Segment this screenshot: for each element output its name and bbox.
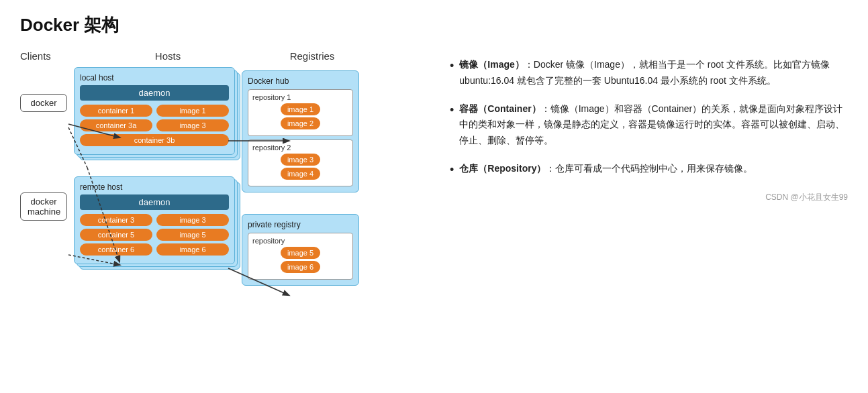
repo-1-image-2: image 2 [281,117,320,129]
repo-1-section: repository 1 image 1 image 2 [248,89,353,136]
remote-host-stack: remote host daemon container 3 image 3 c… [74,176,235,264]
local-host-label: local host [80,73,229,82]
repo-2-image-3: image 3 [281,154,320,166]
remote-container-6: container 6 [80,243,152,256]
desc-term-repo: 仓库（Repository） [459,163,546,174]
desc-term-image: 镜像（Image） [459,59,524,70]
private-repo-images: image 5 image 6 [252,247,348,273]
hosts-column: local host daemon container 1 image 1 co… [74,67,235,264]
client-docker-machine: dockermachine [20,192,67,221]
remote-row-1: container 3 image 3 [80,214,229,226]
local-image-3: image 3 [156,119,229,131]
desc-item-container: • 容器（Container）：镜像（Image）和容器（Container）的… [450,101,848,149]
local-row-2: container 3a image 3 [80,119,229,131]
bullet-container: • [450,102,454,119]
local-container-3a: container 3a [80,119,152,131]
desc-item-repo: • 仓库（Repository）：仓库可看成一个代码控制中心，用来保存镜像。 [450,161,848,178]
page-title: Docker 架构 [20,13,848,37]
private-repo-section: repository image 5 image 6 [248,233,353,280]
remote-image-3: image 3 [156,214,229,226]
local-host-card: local host daemon container 1 image 1 co… [74,67,235,155]
repo-2-images: image 3 image 4 [252,154,348,180]
local-container-3b: container 3b [80,134,229,146]
remote-image-5: image 5 [156,229,229,241]
label-clients: Clients [20,50,91,62]
remote-image-6: image 6 [156,243,229,256]
desc-term-container: 容器（Container） [459,103,540,114]
private-repo-label: repository [252,237,348,245]
label-registries: Registries [245,50,379,62]
repo-2-image-4: image 4 [281,168,320,180]
footer-credit: CSDN @小花且女生99 [450,190,848,204]
remote-container-5: container 5 [80,229,152,241]
private-registry-label: private registry [248,220,353,229]
repo-1-images: image 1 image 2 [252,103,348,129]
remote-row-2: container 5 image 5 [80,229,229,241]
repo-2-label: repository 2 [252,144,348,152]
private-image-6: image 6 [281,261,320,273]
private-registry-card: private registry repository image 5 imag… [242,214,359,286]
bullet-image: • [450,58,454,74]
remote-host-card: remote host daemon container 3 image 3 c… [74,176,235,264]
local-host-stack: local host daemon container 1 image 1 co… [74,67,235,155]
desc-text-container: 容器（Container）：镜像（Image）和容器（Container）的关系… [459,101,848,149]
remote-daemon-bar: daemon [80,194,229,210]
remote-host-label: remote host [80,182,229,192]
local-row-1: container 1 image 1 [80,105,229,117]
repo-2-section: repository 2 image 3 image 4 [248,139,353,186]
docker-hub-card: Docker hub repository 1 image 1 image 2 … [242,70,359,192]
private-image-5: image 5 [281,247,320,259]
registries-column: Docker hub repository 1 image 1 image 2 … [242,70,359,286]
docker-hub-label: Docker hub [248,76,353,86]
repo-1-image-1: image 1 [281,103,320,115]
remote-row-3: container 6 image 6 [80,243,229,256]
local-daemon-bar: daemon [80,85,229,101]
local-row-3: container 3b [80,134,229,146]
clients-column: docker dockermachine [20,94,70,221]
repo-1-label: repository 1 [252,93,348,101]
remote-container-3: container 3 [80,214,152,226]
desc-body-repo: ：仓库可看成一个代码控制中心，用来保存镜像。 [546,163,753,174]
desc-text-image: 镜像（Image）：Docker 镜像（Image），就相当于是一个 root … [459,57,848,89]
desc-item-image: • 镜像（Image）：Docker 镜像（Image），就相当于是一个 roo… [450,57,848,89]
label-hosts: Hosts [91,50,245,62]
local-container-1: container 1 [80,105,152,117]
diagram-area: Clients Hosts Registries [20,50,416,286]
description-area: • 镜像（Image）：Docker 镜像（Image），就相当于是一个 roo… [436,50,848,205]
desc-text-repo: 仓库（Repository）：仓库可看成一个代码控制中心，用来保存镜像。 [459,161,753,177]
client-docker: docker [20,94,67,112]
local-image-1: image 1 [156,105,229,117]
bullet-repo: • [450,162,454,178]
